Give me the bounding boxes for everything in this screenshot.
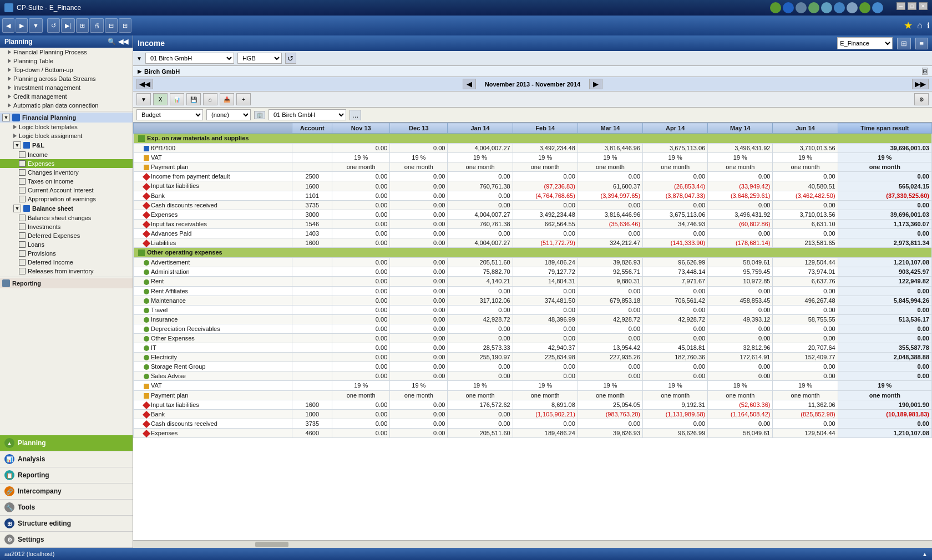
minimize-btn[interactable]: ─: [896, 2, 905, 10]
new-btn[interactable]: +: [236, 93, 251, 105]
search-icon[interactable]: 🔍: [108, 38, 116, 45]
yellow-square-icon: [144, 165, 149, 170]
horizontal-scrollbar[interactable]: [133, 540, 932, 548]
sidebar-item-balance-sheet-changes[interactable]: Balance sheet changes: [0, 213, 133, 222]
plan-selector[interactable]: (none): [206, 109, 251, 120]
maximize-btn[interactable]: □: [908, 2, 916, 10]
expand-btn[interactable]: ⊞: [897, 38, 911, 49]
nav-structure-editing[interactable]: ⊞ Structure editing: [0, 516, 133, 532]
company2-selector[interactable]: 01 Birch GmbH: [269, 109, 346, 120]
row-dec13: 0.00: [390, 277, 448, 286]
row-nov13: 19 %: [332, 381, 390, 390]
sidebar-item-investment[interactable]: Investment management: [0, 83, 133, 92]
row-jun14: 3,710,013.56: [773, 210, 838, 219]
budget-selector[interactable]: Budget: [136, 109, 203, 120]
row-mar14: 0.00: [578, 371, 642, 381]
nav-planning[interactable]: ▲ Planning: [0, 435, 133, 451]
nav-analysis[interactable]: 📊 Analysis: [0, 451, 133, 467]
forward-btn[interactable]: ▶: [16, 18, 28, 33]
row-may14: 19 %: [708, 153, 773, 162]
sidebar-item-auto-plan[interactable]: Automatic plan data connection: [0, 101, 133, 110]
row-feb14: one month: [513, 390, 578, 400]
print-btn[interactable]: 🖨: [90, 18, 104, 33]
sidebar-item-financial-planning[interactable]: ▼ Financial Planning: [0, 113, 133, 123]
red-diamond-icon: [143, 211, 150, 219]
collapse-sidebar-icon[interactable]: ◀◀: [118, 38, 128, 45]
import-btn[interactable]: 📥: [220, 93, 234, 105]
sidebar-item-releases[interactable]: Releases from inventory: [0, 267, 133, 276]
sidebar-item-planning-across[interactable]: Planning across Data Streams: [0, 74, 133, 83]
sidebar-item-income[interactable]: Income: [0, 150, 133, 159]
export-btn[interactable]: ⊞: [119, 18, 131, 33]
settings-action-btn[interactable]: ⚙: [914, 93, 929, 105]
sidebar-item-top-down[interactable]: Top-down / Bottom-up: [0, 65, 133, 74]
nav-settings[interactable]: ⚙ Settings: [0, 532, 133, 548]
row-timespan: 0.00: [838, 172, 931, 181]
row-apr14: (3,878,047.33): [643, 191, 708, 200]
row-account: 3000: [292, 210, 332, 219]
sidebar-item-reporting[interactable]: Reporting: [0, 278, 133, 288]
nav-tools[interactable]: 🔧 Tools: [0, 500, 133, 516]
row-feb14: 0.00: [513, 172, 578, 181]
sidebar-item-credit[interactable]: Credit management: [0, 92, 133, 101]
sidebar-item-balance-sheet[interactable]: ▼ Balance sheet: [0, 203, 133, 213]
table-btn[interactable]: ⊟: [105, 18, 118, 33]
row-nov13: 0.00: [332, 144, 390, 153]
sidebar-item-planning-table[interactable]: Planning Table: [0, 57, 133, 65]
row-apr14: 96,626.99: [643, 258, 708, 267]
timeline-next-btn[interactable]: ▶: [589, 79, 602, 89]
sidebar-item-logic-block-templates[interactable]: Logic block templates: [0, 123, 133, 131]
row-jan14: 760,761.38: [448, 181, 513, 191]
row-account: [292, 305, 332, 314]
excel-btn[interactable]: X: [153, 93, 168, 105]
row-dec13: 19 %: [390, 153, 448, 162]
sidebar-item-expenses[interactable]: Expenses: [0, 159, 133, 168]
row-feb14: 79,127.72: [513, 267, 578, 277]
more-options-btn[interactable]: ...: [350, 110, 361, 120]
row-jun14: 496,267.48: [773, 296, 838, 305]
save-btn[interactable]: 💾: [186, 93, 201, 105]
row-jun14: 152,409.77: [773, 353, 838, 362]
green-circle-icon: [144, 345, 149, 351]
sidebar-item-deferred-income[interactable]: Deferred Income: [0, 258, 133, 267]
sidebar-item-appropriation[interactable]: Appropriation of earnings: [0, 195, 133, 203]
sidebar-item-changes-inventory[interactable]: Changes inventory: [0, 168, 133, 177]
sidebar-item-current-account[interactable]: Current Account Interest: [0, 186, 133, 195]
dropdown-btn[interactable]: ▼: [29, 18, 43, 33]
green-circle-icon: [144, 279, 149, 285]
row-desc: Administration: [134, 267, 292, 277]
sidebar-item-loans[interactable]: Loans: [0, 240, 133, 249]
table-row: Insurance0.000.0042,928.7248,396.9942,92…: [134, 314, 932, 324]
sidebar-item-investments[interactable]: Investments: [0, 222, 133, 231]
timeline-right-btn[interactable]: ▶▶: [912, 79, 929, 89]
yellow-square-icon: [144, 155, 149, 161]
standard-selector[interactable]: HGB: [237, 53, 282, 64]
house-btn[interactable]: ⌂: [203, 93, 217, 105]
sidebar-item-pl[interactable]: ▼ P&L: [0, 140, 133, 150]
nav-intercompany[interactable]: 🔗 Intercompany: [0, 483, 133, 500]
company-selector[interactable]: 01 Birch GmbH: [145, 53, 234, 64]
chart-btn[interactable]: 📊: [170, 93, 184, 105]
sidebar-item-logic-block-assignment[interactable]: Logic block assignment: [0, 131, 133, 140]
sidebar-item-provisions[interactable]: Provisions: [0, 249, 133, 258]
row-may14: 0.00: [708, 172, 773, 181]
view-btn[interactable]: ⊞: [76, 18, 89, 33]
close-btn[interactable]: ✕: [919, 2, 928, 10]
sidebar-item-taxes-on-income[interactable]: Taxes on income: [0, 177, 133, 186]
config-btn[interactable]: ≡: [915, 38, 928, 49]
row-jan14: 205,511.60: [448, 428, 513, 437]
timeline-prev-btn[interactable]: ◀: [463, 79, 476, 89]
timeline-left-btn[interactable]: ◀◀: [136, 79, 153, 89]
back-btn[interactable]: ◀: [2, 18, 14, 33]
sidebar-item-financial-planning-process[interactable]: Financial Planning Process: [0, 48, 133, 57]
next-btn[interactable]: ▶|: [61, 18, 75, 33]
action-dropdown-btn[interactable]: ▼: [136, 93, 151, 105]
module-selector[interactable]: E_Finance: [837, 37, 893, 49]
entity-expand-btn[interactable]: ⊟: [922, 68, 928, 75]
nav-reporting[interactable]: 📋 Reporting: [0, 467, 133, 483]
company-icon-btn[interactable]: 🏢: [254, 111, 265, 119]
data-table-container[interactable]: Account Nov 13 Dec 13 Jan 14 Feb 14 Mar …: [133, 123, 932, 540]
refresh-data-btn[interactable]: ↺: [285, 53, 296, 64]
refresh-btn[interactable]: ↺: [47, 18, 60, 33]
sidebar-item-deferred-expenses[interactable]: Deferred Expenses: [0, 231, 133, 240]
